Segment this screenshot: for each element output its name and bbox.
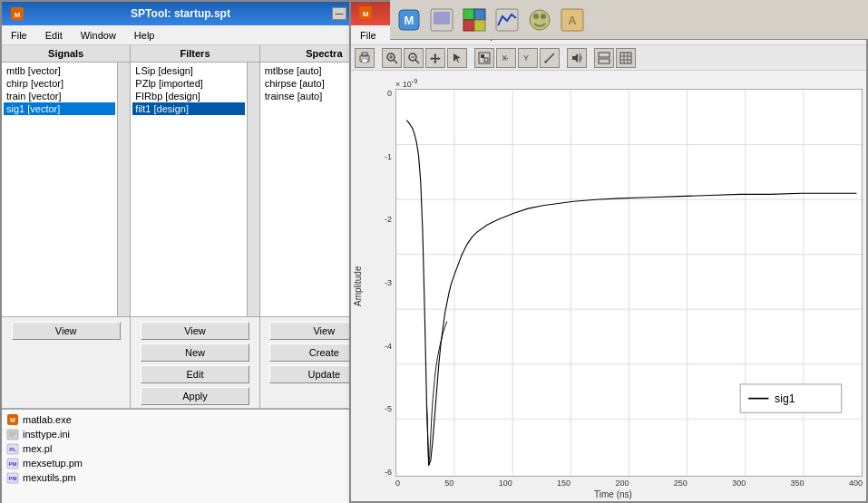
top-icon-4[interactable]	[492, 5, 522, 35]
file-item[interactable]: PM mexutils.pm	[5, 470, 373, 485]
svg-rect-52	[599, 59, 610, 63]
sptool-menu-edit[interactable]: Edit	[40, 28, 68, 43]
tb-expand-btn[interactable]	[474, 48, 494, 68]
y-tick: -1	[385, 152, 392, 161]
file-item[interactable]: PM mexsetup.pm	[5, 456, 373, 470]
y-tick: 0	[387, 89, 392, 98]
x-tick: 400	[849, 479, 863, 488]
tb-pan-btn[interactable]	[425, 48, 445, 68]
sptool-menu-help[interactable]: Help	[129, 28, 161, 43]
sb-toolbar: ↔ X Y	[351, 45, 866, 71]
svg-marker-50	[572, 53, 578, 63]
svg-rect-6	[474, 9, 485, 20]
sptool-menu-bar: File Edit Window Help	[2, 25, 388, 45]
file-item[interactable]: insttype.ini	[5, 427, 373, 441]
x-tick: 0	[395, 479, 400, 488]
filters-apply-button[interactable]: Apply	[141, 387, 249, 405]
y-ticks: 0 -1 -2 -3 -4 -5 -6	[364, 89, 395, 477]
top-icon-5[interactable]	[524, 5, 555, 35]
signals-column: Signals mtlb [vector] chirp [vector] tra…	[2, 45, 131, 316]
matlab-logo-small: M	[9, 5, 25, 22]
filters-new-button[interactable]: New	[141, 343, 249, 362]
top-icon-bar: M A	[390, 0, 868, 40]
pl-file-icon: PL	[6, 442, 19, 455]
file-item[interactable]: M matlab.exe	[5, 412, 373, 427]
x-tick: 350	[791, 479, 805, 488]
x-tick: 150	[557, 479, 571, 488]
svg-text:M: M	[15, 11, 21, 19]
tb-measure-btn[interactable]	[540, 48, 560, 68]
sptool-columns: Signals mtlb [vector] chirp [vector] tra…	[2, 45, 388, 317]
signals-view-button[interactable]: View	[12, 322, 121, 340]
file-list: M matlab.exe insttype.ini	[2, 410, 375, 503]
signals-scrollbar[interactable]	[117, 63, 130, 316]
list-item[interactable]: LSip [design]	[132, 64, 244, 77]
tb-zoom-y-btn[interactable]: Y	[518, 48, 538, 68]
file-name: mexsetup.pm	[23, 458, 83, 469]
top-icon-3[interactable]	[459, 5, 490, 35]
filters-buttons: View New Edit Apply	[131, 317, 259, 408]
tb-panel-btn[interactable]	[594, 48, 614, 68]
sb-menu-file[interactable]: File	[355, 28, 382, 43]
sptool-window: M SPTool: startup.spt — □ ✕ File Edit Wi…	[0, 0, 390, 503]
sptool-minimize-btn[interactable]: —	[332, 7, 346, 20]
tb-zoom-x-btn[interactable]: ↔ X	[496, 48, 516, 68]
svg-rect-33	[362, 59, 367, 63]
sptool-menu-window[interactable]: Window	[75, 28, 122, 43]
top-icon-1[interactable]: M	[394, 5, 424, 35]
svg-text:M: M	[363, 10, 369, 18]
chart-svg-container: sig1	[395, 89, 863, 477]
y-scale-label: × 10-9	[364, 74, 863, 89]
x-tick: 300	[732, 479, 746, 488]
svg-line-39	[415, 60, 419, 63]
tb-zoom-out-btn[interactable]	[404, 48, 424, 68]
pm-file-icon: PM	[6, 457, 19, 469]
file-name: matlab.exe	[23, 414, 72, 425]
file-section: M matlab.exe insttype.ini	[2, 408, 388, 503]
file-name: mexutils.pm	[23, 472, 76, 483]
svg-text:M: M	[405, 14, 414, 27]
list-item[interactable]: mtlb [vector]	[4, 64, 115, 77]
file-item[interactable]: PL mex.pl	[5, 441, 373, 456]
svg-rect-51	[599, 53, 610, 57]
y-tick: -2	[385, 215, 392, 224]
x-tick: 50	[444, 479, 454, 488]
x-tick: 250	[674, 479, 688, 488]
file-name: mex.pl	[23, 443, 52, 454]
svg-text:sig1: sig1	[775, 392, 795, 405]
filters-edit-button[interactable]: Edit	[141, 365, 249, 383]
tb-print-btn[interactable]	[355, 48, 375, 68]
signals-buttons: View	[2, 317, 131, 408]
svg-rect-19	[7, 430, 18, 440]
svg-rect-5	[463, 9, 474, 20]
y-axis-label: Amplitude	[351, 71, 364, 501]
svg-line-47	[545, 53, 554, 63]
svg-point-12	[541, 14, 546, 19]
tb-grid-btn[interactable]	[616, 48, 636, 68]
list-item[interactable]: train [vector]	[4, 90, 115, 102]
svg-text:PM: PM	[9, 461, 17, 467]
tb-speaker-btn[interactable]	[567, 48, 587, 68]
filters-scrollbar[interactable]	[247, 63, 259, 316]
list-item[interactable]: PZlp [imported]	[132, 77, 244, 90]
x-ticks: 0 50 100 150 200 250 300 350 400	[395, 479, 863, 488]
sptool-title: SPTool: startup.spt	[131, 7, 230, 20]
list-item[interactable]: chirp [vector]	[4, 77, 115, 90]
sptool-menu-file[interactable]: File	[5, 28, 33, 43]
svg-rect-4	[434, 13, 449, 24]
filters-view-button[interactable]: View	[141, 322, 249, 340]
chart-wrapper: × 10-9 0 -1 -2 -3 -4 -5 -6	[364, 71, 866, 501]
svg-text:X: X	[502, 53, 507, 63]
svg-text:Y: Y	[523, 53, 529, 63]
tb-cursor-btn[interactable]	[447, 48, 467, 68]
top-icon-2[interactable]	[426, 5, 457, 35]
svg-rect-8	[474, 20, 485, 31]
x-axis-label: Time (ns)	[364, 489, 863, 499]
list-item-sig1[interactable]: sig1 [vector]	[4, 102, 115, 115]
pm-file-icon-2: PM	[6, 471, 19, 484]
list-item[interactable]: FIRbp [design]	[132, 90, 244, 102]
list-item-filt1[interactable]: filt1 [design]	[132, 102, 244, 115]
tb-zoom-in-btn[interactable]	[382, 48, 402, 68]
svg-line-35	[394, 60, 397, 63]
top-icon-6[interactable]: A	[557, 5, 588, 35]
